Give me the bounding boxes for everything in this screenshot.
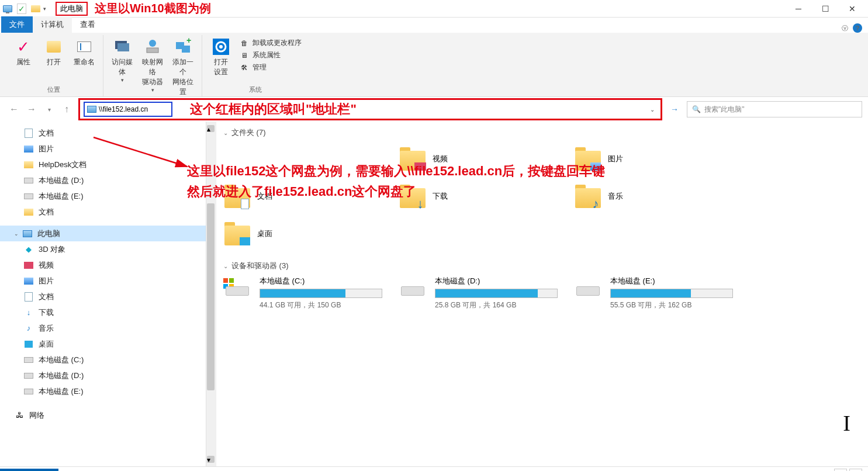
- address-bar-highlight: 这个红框内的区域叫"地址栏" ⌄: [78, 98, 662, 120]
- ribbon-access-media[interactable]: 访问媒体 ▾: [108, 35, 136, 85]
- window-controls: ─ ☐ ✕: [785, 0, 866, 18]
- media-icon: [113, 37, 132, 56]
- ribbon-rename[interactable]: 重命名: [70, 35, 98, 70]
- maximize-button[interactable]: ☐: [812, 0, 839, 18]
- tree-item[interactable]: 文档: [0, 289, 216, 304]
- tab-file[interactable]: 文件: [1, 16, 33, 33]
- ribbon-group-network: 访问媒体 ▾ 映射网络 驱动器 ▾ + 添加一个 网络位置 网络: [103, 35, 202, 96]
- ribbon-collapse-icon[interactable]: ⓥ: [842, 24, 848, 33]
- svg-rect-2: [147, 48, 158, 53]
- open-icon: [44, 37, 63, 56]
- tree-item[interactable]: 桌面: [0, 336, 216, 352]
- search-icon: 🔍: [692, 105, 701, 113]
- ribbon-map-drive[interactable]: 映射网络 驱动器 ▾: [139, 35, 167, 95]
- tree-item[interactable]: 本地磁盘 (C:): [0, 352, 216, 368]
- folders-header[interactable]: ⌄ 文件夹 (7): [223, 127, 861, 138]
- svg-rect-1: [117, 43, 129, 51]
- tree-item[interactable]: ↓下载: [0, 304, 216, 320]
- ribbon-settings[interactable]: 打开 设置: [207, 35, 235, 79]
- chevron-down-icon: ⌄: [223, 263, 228, 269]
- tree-item[interactable]: ◆3D 对象: [0, 241, 216, 257]
- folder-item[interactable]: 桌面: [223, 217, 393, 250]
- qat-properties-icon[interactable]: ✓: [16, 4, 27, 14]
- tree-item[interactable]: 本地磁盘 (D:): [0, 368, 216, 383]
- ribbon-properties[interactable]: ✓ 属性: [9, 35, 37, 70]
- drive-bar: [610, 289, 733, 298]
- properties-icon: ✓: [14, 37, 33, 56]
- tree-network[interactable]: 🖧 网络: [0, 407, 216, 423]
- svg-text:+: +: [186, 37, 191, 45]
- folder-icon: ♪: [574, 182, 602, 210]
- refresh-button[interactable]: →: [666, 105, 683, 114]
- drive-item[interactable]: 本地磁盘 (E:)55.5 GB 可用，共 162 GB: [574, 276, 743, 310]
- search-placeholder: 搜索"此电脑": [704, 105, 745, 115]
- folder-item[interactable]: ↓下载: [399, 180, 568, 213]
- tree-item[interactable]: 本地磁盘 (E:): [0, 188, 216, 204]
- pc-icon: [22, 229, 33, 238]
- address-input[interactable]: [99, 105, 169, 113]
- qat-dropdown-icon[interactable]: ▾: [43, 6, 46, 12]
- nav-history-dropdown[interactable]: ▾: [41, 101, 57, 117]
- tree-item[interactable]: 文档: [0, 125, 216, 141]
- close-button[interactable]: ✕: [839, 0, 866, 18]
- address-annotation: 这个红框内的区域叫"地址栏": [190, 101, 357, 118]
- annotation-line2: 然后就进入了file152.lead.cn这个网盘了: [187, 183, 416, 200]
- tree-icon: [23, 371, 34, 380]
- tree-icon: ↓: [23, 308, 34, 317]
- drive-item[interactable]: 本地磁盘 (C:)44.1 GB 可用，共 150 GB: [223, 276, 393, 310]
- tree-icon: [23, 387, 34, 396]
- nav-back[interactable]: ←: [6, 101, 22, 117]
- address-bar[interactable]: [84, 102, 172, 117]
- svg-rect-5: [182, 46, 190, 53]
- tree-icon: [23, 292, 34, 302]
- drive-bar: [435, 289, 558, 298]
- manage-icon: 🛠: [240, 63, 249, 72]
- address-dropdown-icon[interactable]: ⌄: [650, 106, 655, 113]
- network-icon: 🖧: [14, 411, 25, 420]
- text-cursor: I: [843, 410, 850, 436]
- tree-item[interactable]: 本地磁盘 (D:): [0, 172, 216, 188]
- tab-view[interactable]: 查看: [72, 16, 103, 33]
- view-details-button[interactable]: ☰: [834, 469, 847, 472]
- ribbon-add-loc[interactable]: + 添加一个 网络位置: [169, 35, 197, 99]
- drive-item[interactable]: 本地磁盘 (D:)25.8 GB 可用，共 164 GB: [399, 276, 568, 310]
- tree-icon: [23, 355, 34, 365]
- uninstall-icon: 🗑: [240, 39, 249, 48]
- tree-item[interactable]: 本地磁盘 (E:): [0, 383, 216, 399]
- tree-this-pc[interactable]: ⌄ 此电脑: [0, 226, 216, 241]
- help-icon[interactable]: ?: [853, 23, 862, 33]
- search-box[interactable]: 🔍 搜索"此电脑": [687, 101, 862, 117]
- svg-point-3: [149, 40, 156, 47]
- ribbon-tabs: 文件 计算机 查看 ⓥ ?: [0, 18, 868, 33]
- ribbon-sysprops[interactable]: 🖥系统属性: [237, 50, 304, 61]
- tree-item[interactable]: 图片: [0, 273, 216, 289]
- nav-tree: 文档图片HelpDesk文档本地磁盘 (D:)本地磁盘 (E:)文档 ⌄ 此电脑…: [0, 122, 216, 466]
- ribbon-manage[interactable]: 🛠管理: [237, 62, 304, 73]
- nav-up[interactable]: ↑: [58, 101, 75, 117]
- view-large-button[interactable]: ▦: [849, 469, 862, 472]
- drive-bar: [260, 289, 382, 298]
- svg-rect-11: [223, 278, 228, 283]
- annotation-top: 这里以Win10截图为例: [95, 1, 211, 16]
- nav-forward[interactable]: →: [23, 101, 40, 117]
- tree-item[interactable]: 图片: [0, 141, 216, 157]
- tree-item[interactable]: ♪音乐: [0, 320, 216, 336]
- ribbon-open[interactable]: 打开: [40, 35, 68, 70]
- rename-icon: [75, 37, 94, 56]
- tree-icon: ♪: [23, 324, 34, 333]
- ribbon-uninstall[interactable]: 🗑卸载或更改程序: [237, 37, 304, 49]
- tree-icon: [23, 207, 34, 217]
- tree-item[interactable]: 视频: [0, 257, 216, 273]
- svg-rect-12: [229, 278, 234, 283]
- qat-folder-icon[interactable]: [30, 4, 41, 14]
- tree-icon: [23, 176, 34, 185]
- app-icon: [2, 4, 13, 14]
- tab-computer[interactable]: 计算机: [33, 16, 72, 33]
- tree-item[interactable]: HelpDesk文档: [0, 157, 216, 172]
- devices-header[interactable]: ⌄ 设备和驱动器 (3): [223, 261, 861, 271]
- status-accent: [0, 469, 58, 471]
- folder-item[interactable]: ♪音乐: [574, 180, 743, 213]
- tree-item[interactable]: 文档: [0, 204, 216, 220]
- minimize-button[interactable]: ─: [785, 0, 812, 18]
- tree-icon: [23, 276, 34, 286]
